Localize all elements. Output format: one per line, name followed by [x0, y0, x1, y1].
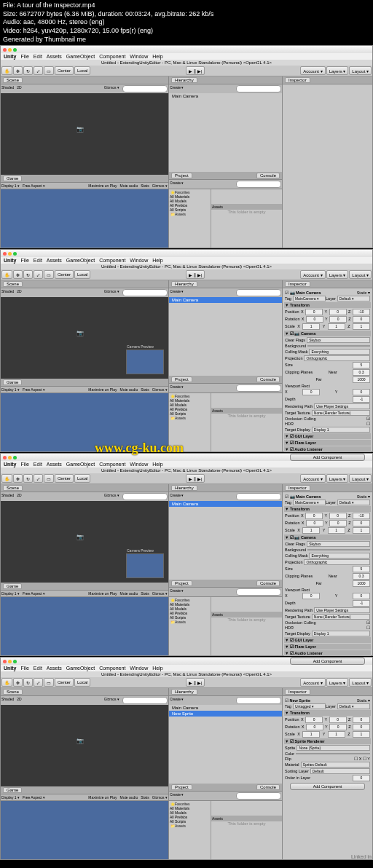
hierarchy-tab[interactable]: Hierarchy	[169, 76, 282, 84]
thumbnail-frame-1: UnityFileEditAssetsGameObjectComponentWi…	[0, 45, 373, 248]
hierarchy-item: Main Camera	[169, 93, 282, 99]
rect-tool-icon: ▭	[44, 66, 54, 75]
thumbnail-frame-3: UnityFileEditAssetsGameObjectComponentWi…	[0, 453, 373, 656]
play-button: ▶ ‖ ▶|	[186, 66, 205, 75]
camera-icon: 📷	[76, 126, 84, 133]
main-toolbar[interactable]: ✋✥↻⤢▭CenterLocal ▶ ‖ ▶| Account ▾Layers …	[1, 66, 372, 76]
inspector-panel[interactable]: ☑ 📷 Main CameraStatic ▾ TagMainCamera ▾L…	[283, 288, 372, 464]
game-tab[interactable]: Game	[1, 175, 168, 183]
thumbnail-frame-2: UnityFileEditAssetsGameObjectComponentWi…	[0, 249, 373, 452]
window-title: Untitled - ExtendingUnityEditor - PC, Ma…	[1, 60, 372, 66]
scene-view[interactable]: 📷	[1, 93, 168, 175]
inspector-panel	[283, 84, 372, 87]
menu-bar[interactable]: UnityFileEditAssetsGameObjectComponentWi…	[1, 53, 372, 60]
watermark: www.cg-ku.com	[95, 441, 184, 456]
file-metadata: File: A tour of the Inspector.mp4 Size: …	[0, 0, 373, 45]
scene-tab[interactable]: Scene	[1, 76, 168, 84]
rotate-tool-icon: ↻	[23, 66, 33, 75]
project-tab[interactable]: ProjectConsole	[169, 172, 282, 180]
project-panel[interactable]: ⭐FavoritesAll MaterialsAll ModelsAll Pre…	[169, 189, 282, 248]
hierarchy-item-selected[interactable]: Main Camera	[169, 297, 282, 303]
add-component-button[interactable]: Add Component	[290, 454, 365, 461]
hierarchy-item-selected[interactable]: New Sprite	[169, 711, 282, 717]
camera-preview	[126, 350, 164, 374]
hand-tool-icon: ✋	[1, 66, 12, 75]
game-view[interactable]	[1, 189, 168, 248]
hierarchy-panel[interactable]: Main Camera	[169, 93, 282, 172]
inspector-tab[interactable]: Inspector	[283, 76, 372, 84]
move-tool-icon: ✥	[13, 66, 23, 75]
thumbnail-frame-4: UnityFileEditAssetsGameObjectComponentWi…	[0, 657, 373, 860]
scale-tool-icon: ⤢	[34, 66, 43, 75]
